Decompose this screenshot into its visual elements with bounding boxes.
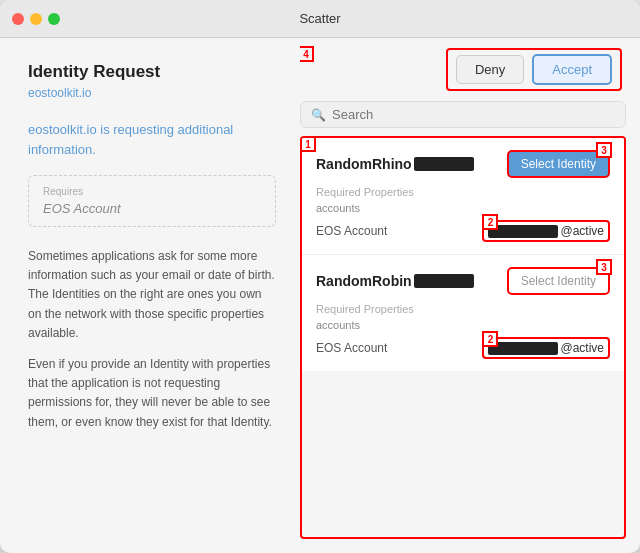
accounts-label-1: accounts bbox=[316, 319, 610, 331]
account-row-0: EOS Account 2 @active bbox=[316, 220, 610, 242]
action-buttons-box: Deny Accept bbox=[446, 48, 622, 91]
account-suffix-1: @active bbox=[560, 341, 604, 355]
select-identity-button-0[interactable]: Select Identity bbox=[507, 150, 610, 178]
request-description: eostoolkit.io is requesting additional i… bbox=[28, 120, 276, 159]
badge-3-1: 3 bbox=[596, 259, 612, 275]
titlebar: Scatter bbox=[0, 0, 640, 38]
account-redacted-0 bbox=[488, 225, 558, 238]
minimize-button[interactable] bbox=[30, 13, 42, 25]
info-text-1: Sometimes applications ask for some more… bbox=[28, 247, 276, 343]
required-props-label-1: Required Properties bbox=[316, 303, 610, 315]
right-panel: 4 Deny Accept 🔍 1 RandomRhino bbox=[300, 38, 640, 553]
requires-value: EOS Account bbox=[43, 201, 261, 216]
page-title: Identity Request bbox=[28, 62, 276, 82]
identity-card-0: RandomRhino 3 Select Identity Required P… bbox=[302, 138, 624, 255]
identity-card-1: RandomRobin 3 Select Identity Required P… bbox=[302, 255, 624, 371]
account-redacted-1 bbox=[488, 342, 558, 355]
account-row-1: EOS Account 2 @active bbox=[316, 337, 610, 359]
eos-account-label-1: EOS Account bbox=[316, 341, 387, 355]
badge-2-1: 2 bbox=[482, 331, 498, 347]
search-bar: 🔍 bbox=[300, 101, 626, 128]
requires-label: Requires bbox=[43, 186, 261, 197]
main-content: Identity Request eostoolkit.io eostoolki… bbox=[0, 38, 640, 553]
select-identity-button-1[interactable]: Select Identity bbox=[507, 267, 610, 295]
badge-3-0: 3 bbox=[596, 142, 612, 158]
account-suffix-0: @active bbox=[560, 224, 604, 238]
identity-header-1: RandomRobin 3 Select Identity bbox=[316, 267, 610, 295]
info-text-2: Even if you provide an Identity with pro… bbox=[28, 355, 276, 432]
identity-name-row-1: RandomRobin bbox=[316, 273, 474, 289]
requesting-app: eostoolkit.io bbox=[28, 122, 97, 137]
deny-button[interactable]: Deny bbox=[456, 55, 524, 84]
header-actions: 4 Deny Accept bbox=[300, 48, 626, 101]
app-window: Scatter Identity Request eostoolkit.io e… bbox=[0, 0, 640, 553]
identity-name-1: RandomRobin bbox=[316, 273, 412, 289]
traffic-lights bbox=[12, 13, 60, 25]
identity-header-0: RandomRhino 3 Select Identity bbox=[316, 150, 610, 178]
select-btn-wrapper-1: 3 Select Identity bbox=[507, 267, 610, 295]
maximize-button[interactable] bbox=[48, 13, 60, 25]
account-value-row-0: 2 @active bbox=[482, 220, 610, 242]
accounts-label-0: accounts bbox=[316, 202, 610, 214]
requires-box: Requires EOS Account bbox=[28, 175, 276, 227]
window-title: Scatter bbox=[299, 11, 340, 26]
required-props-label-0: Required Properties bbox=[316, 186, 610, 198]
badge-1: 1 bbox=[300, 136, 316, 152]
badge-4: 4 bbox=[300, 46, 314, 62]
account-value-row-1: 2 @active bbox=[482, 337, 610, 359]
search-icon: 🔍 bbox=[311, 108, 326, 122]
search-input[interactable] bbox=[332, 107, 615, 122]
identity-list: 1 RandomRhino 3 Select Identity Required bbox=[300, 136, 626, 539]
badge-2-0: 2 bbox=[482, 214, 498, 230]
close-button[interactable] bbox=[12, 13, 24, 25]
eos-account-label-0: EOS Account bbox=[316, 224, 387, 238]
identity-name-redacted-0 bbox=[414, 157, 474, 171]
select-btn-wrapper-0: 3 Select Identity bbox=[507, 150, 610, 178]
accept-button[interactable]: Accept bbox=[532, 54, 612, 85]
request-url: eostoolkit.io bbox=[28, 86, 276, 100]
identity-name-row-0: RandomRhino bbox=[316, 156, 474, 172]
identity-name-redacted-1 bbox=[414, 274, 474, 288]
identity-name-0: RandomRhino bbox=[316, 156, 412, 172]
left-panel: Identity Request eostoolkit.io eostoolki… bbox=[0, 38, 300, 553]
